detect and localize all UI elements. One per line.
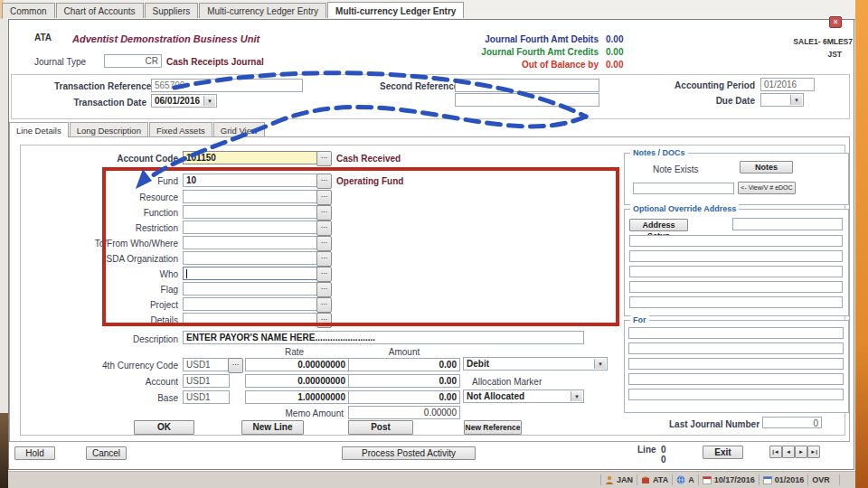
memo-amount-label: Memo Amount	[271, 408, 344, 419]
new-reference-button[interactable]: New Reference	[464, 420, 522, 435]
address-line-3[interactable]	[629, 266, 843, 277]
amount-column-header: Amount	[348, 347, 460, 358]
chevron-down-icon[interactable]: ▼	[790, 95, 802, 105]
window-ref-code: SALE1- 6MLES7	[767, 36, 853, 47]
transaction-reference-label: Transaction Reference	[54, 81, 146, 92]
second-reference-label: Second Reference	[380, 81, 450, 92]
transaction-date-select[interactable]: 06/01/2016 ▼	[151, 94, 217, 108]
for-line-4[interactable]	[628, 373, 844, 385]
address-line-4[interactable]	[629, 281, 843, 293]
out-of-balance-value: 0.00	[606, 60, 623, 70]
journal-type-field[interactable]: CR	[104, 54, 162, 68]
journal-debits-value: 0.00	[606, 34, 623, 45]
accounting-period-field[interactable]: 01/2016	[760, 78, 815, 91]
statusbar-ledger[interactable]: A	[676, 475, 694, 484]
statusbar-period[interactable]: 01/2016	[763, 475, 805, 484]
fourth-currency-lookup-button[interactable]: ...	[228, 358, 243, 373]
view-edoc-button[interactable]: <- View/V # eDOC	[738, 182, 796, 194]
debit-credit-select[interactable]: Debit ▼	[463, 357, 608, 371]
fourth-currency-code-label: 4th Currency Code	[54, 361, 178, 371]
allocation-marker-label: Allocation Marker	[472, 377, 542, 388]
tab-common[interactable]: Common	[2, 3, 55, 18]
account-amount-field[interactable]: 0.00	[348, 374, 460, 388]
account-code-lookup-button[interactable]: ...	[316, 151, 332, 166]
fourth-currency-code-field[interactable]: USD1	[183, 358, 230, 371]
chevron-down-icon[interactable]: ▼	[571, 391, 582, 401]
base-amount-field[interactable]: 0.00	[348, 390, 460, 404]
account-currency-label: Account	[54, 377, 178, 388]
due-date-select[interactable]: ▼	[760, 93, 804, 107]
nav-first-button[interactable]: |◄	[769, 446, 782, 458]
new-line-button[interactable]: New Line	[241, 420, 304, 435]
memo-amount-field[interactable]: 0.00000	[348, 406, 460, 419]
tab-chart-of-accounts[interactable]: Chart of Accounts	[56, 3, 144, 18]
subtab-grid-view[interactable]: Grid View	[213, 122, 265, 137]
for-title: For	[630, 315, 649, 324]
exit-button[interactable]: Exit	[703, 446, 743, 459]
second-reference-field[interactable]	[455, 79, 599, 92]
nav-last-button[interactable]: ►|	[807, 446, 820, 458]
address-setup-button[interactable]: Address Setup	[629, 219, 688, 231]
cube-icon	[641, 475, 650, 484]
line-counter-label: Line	[637, 445, 656, 455]
description-field[interactable]: ENTER PAYOR'S NAME HERE.................…	[183, 331, 584, 344]
subtab-line-details[interactable]: Line Details	[9, 122, 69, 137]
user-icon	[605, 475, 614, 484]
account-currency-code-field[interactable]: USD1	[183, 374, 230, 388]
desktop-wallpaper-corner	[0, 413, 8, 488]
account-rate-field[interactable]: 0.00000000	[245, 374, 349, 388]
chevron-down-icon[interactable]: ▼	[594, 359, 606, 369]
statusbar-ovr[interactable]: OVR	[812, 475, 830, 484]
statusbar-date[interactable]: 10/17/2016	[703, 475, 755, 484]
globe-icon	[676, 475, 685, 484]
allocation-marker-select[interactable]: Not Allocated ▼	[463, 389, 584, 403]
subtab-fixed-assets[interactable]: Fixed Assets	[149, 122, 212, 137]
journal-credits-label: Journal Fourth Amt Credits	[434, 47, 599, 58]
account-code-label: Account Code	[90, 154, 178, 164]
for-line-3[interactable]	[628, 358, 844, 370]
fourth-currency-amount-field[interactable]: 0.00	[348, 358, 460, 371]
statusbar-business-unit[interactable]: ATA	[641, 475, 668, 484]
process-posted-activity-button[interactable]: Process Posted Activity	[342, 446, 476, 460]
account-code-field[interactable]: 101150	[183, 151, 318, 164]
post-button[interactable]: Post	[348, 420, 413, 435]
notes-docs-title: Notes / DOCs	[630, 148, 688, 157]
for-line-1[interactable]	[628, 327, 844, 339]
notes-button[interactable]: Notes	[740, 161, 793, 174]
status-bar: JAN ATA A 10/17/2016 01/2016 OVR	[597, 473, 858, 486]
statusbar-user[interactable]: JAN	[605, 475, 633, 484]
address-line-5[interactable]	[629, 296, 843, 308]
second-reference-field-2[interactable]	[455, 93, 599, 107]
transaction-date-label: Transaction Date	[54, 98, 146, 108]
note-reference-field[interactable]	[633, 183, 734, 194]
tab-suppliers[interactable]: Suppliers	[145, 3, 199, 18]
accounting-period-label: Accounting Period	[660, 80, 755, 91]
subtab-long-description[interactable]: Long Description	[70, 122, 148, 137]
base-rate-field[interactable]: 1.00000000	[245, 390, 349, 404]
address-line-2[interactable]	[629, 250, 843, 262]
hold-button[interactable]: Hold	[14, 446, 55, 460]
tab-multicurrency-ledger-entry-1[interactable]: Multi-currency Ledger Entry	[199, 3, 326, 18]
address-code-field[interactable]	[732, 218, 843, 230]
fourth-currency-rate-field[interactable]: 0.00000000	[245, 358, 349, 371]
transaction-reference-field[interactable]: 565790	[151, 79, 303, 92]
nav-next-button[interactable]: ►	[795, 446, 807, 458]
base-currency-label: Base	[54, 393, 178, 404]
tab-multicurrency-ledger-entry-2[interactable]: Multi-currency Ledger Entry	[327, 2, 464, 18]
subtab-strip: Line DetailsLong DescriptionFixed Assets…	[9, 122, 266, 137]
address-line-1[interactable]	[629, 235, 843, 247]
nav-prev-button[interactable]: ◄	[782, 446, 795, 458]
for-line-5[interactable]	[628, 389, 844, 400]
base-currency-code-field[interactable]: USD1	[183, 390, 230, 404]
for-line-2[interactable]	[628, 343, 844, 354]
cancel-button[interactable]: Cancel	[86, 446, 127, 460]
ok-button[interactable]: OK	[134, 420, 194, 435]
chevron-down-icon[interactable]: ▼	[203, 96, 215, 106]
close-button[interactable]: ✕	[829, 16, 842, 28]
description-label: Description	[90, 334, 178, 345]
rate-column-header: Rate	[241, 347, 347, 358]
journal-type-description: Cash Receipts Journal	[166, 57, 264, 68]
override-address-title: Optional Override Address	[630, 204, 739, 213]
calendar-icon	[763, 475, 772, 484]
last-journal-number-field[interactable]: 0	[762, 417, 822, 428]
